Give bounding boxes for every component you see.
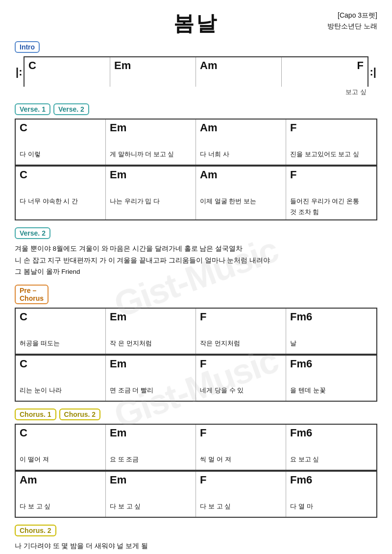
intro-label: Intro (15, 41, 40, 53)
ch-lyric-row1: 이 떨어 져 요 또 조금 씩 멀 어 져 요 보고 싶 (15, 454, 377, 471)
chorus2-text-section: Chorus. 2 나 기다려야 또 몇 밤을 더 새워야 널 보게 될 까 만… (15, 525, 377, 554)
ch-lyric-1-4: 요 보고 싶 (286, 454, 376, 470)
v-chord-2-1: C (16, 167, 106, 196)
pc-chord-2-4: Fm6 (286, 356, 376, 385)
intro-chord-row: C Em Am F (24, 56, 368, 87)
v-lyric-1-3: 다 너희 사 (196, 149, 286, 165)
pre-chorus-section: Pre – Chorus C Em F Fm6 허공을 떠도는 작 은 (15, 285, 377, 402)
pc-chord-2-1: C (16, 356, 106, 385)
v-chord-2-3: Am (196, 167, 286, 196)
verse1-label: Verse. 1 (15, 103, 50, 115)
ch-lyric-2-4: 다 열 마 (286, 501, 376, 517)
pc-chord-row1: C Em F Fm6 (15, 308, 377, 338)
ch-chord-row2: Am Em F Fm6 (15, 471, 377, 501)
pc-lyric-2-4: 을 텐데 눈꽃 (286, 385, 376, 401)
ch-chord-1-3: F (196, 425, 286, 454)
pc-lyric-2-2: 면 조금 더 빨리 (106, 385, 196, 401)
v-chord-2-2: Em (106, 167, 196, 196)
verse2b-label: Verse. 2 (15, 227, 50, 239)
pc-lyric-2-1: 리는 눈이 나라 (16, 385, 106, 401)
pc-chord-1-2: Em (106, 309, 196, 338)
pc-chord-2-3: F (196, 356, 286, 385)
pc-chord-2-2: Em (106, 356, 196, 385)
ch-chord-2-1: Am (16, 472, 106, 501)
ch-lyric-1-3: 씩 멀 어 져 (196, 454, 286, 470)
verse-section: Verse. 1 Verse. 2 C Em Am F 다 이렇 게 말하니까 (15, 103, 377, 220)
pc-lyric-row2: 리는 눈이 나라 면 조금 더 빨리 네게 당을 수 있 을 텐데 눈꽃 (15, 385, 377, 402)
intro-section: Intro C Em Am F 보고 싶 (15, 41, 377, 96)
ch-chord-2-2: Em (106, 472, 196, 501)
pc-lyric-1-2: 작 은 먼지처럼 (106, 338, 196, 354)
ch-chord-2-3: F (196, 472, 286, 501)
v-chord-2-4: F (286, 167, 376, 196)
v-lyric-2-3: 이제 얼굴 한번 보는 (196, 196, 286, 219)
intro-chord-2: Em (110, 57, 196, 87)
verse-lyric-row2: 다 너무 야속한 시 간 나는 우리가 밉 다 이제 얼굴 한번 보는 들어진 … (15, 196, 377, 220)
ch-chord-2-4: Fm6 (286, 472, 376, 501)
ch-lyric-1-1: 이 떨어 져 (16, 454, 106, 470)
ch-chord-row1: C Em F Fm6 (15, 424, 377, 454)
artist-text: 방탄소년단 노래 (327, 21, 377, 31)
pc-lyric-row1: 허공을 떠도는 작 은 먼지처럼 작은 먼지처럼 날 (15, 338, 377, 355)
ch-lyric-1-2: 요 또 조금 (106, 454, 196, 470)
ch-chord-1-1: C (16, 425, 106, 454)
ch-lyric-2-1: 다 보 고 싶 (16, 501, 106, 517)
chorus2-text: 나 기다려야 또 몇 밤을 더 새워야 널 보게 될 까 만나게 될까 만나게 … (15, 540, 377, 554)
capo-text: [Capo 3프렛] (327, 10, 377, 21)
v-lyric-2-1: 다 너무 야속한 시 간 (16, 196, 106, 219)
ch-lyric-2-2: 다 보 고 싶 (106, 501, 196, 517)
chorus2b-label: Chorus. 2 (15, 525, 56, 536)
capo-info: [Capo 3프렛] 방탄소년단 노래 (327, 10, 377, 32)
ch-lyric-2-3: 다 보 고 싶 (196, 501, 286, 517)
pc-lyric-2-3: 네게 당을 수 있 (196, 385, 286, 401)
song-title: 봄날 (15, 10, 377, 37)
verse2-text-section: Verse. 2 겨울 뿐이야 8월에도 겨울이 와 마음은 시간을 달려가네 … (15, 227, 377, 278)
pc-chord-1-1: C (16, 309, 106, 338)
chorus2-label: Chorus. 2 (59, 409, 101, 420)
v-lyric-2-2: 나는 우리가 밉 다 (106, 196, 196, 219)
intro-chord-4: F (282, 57, 368, 87)
intro-right-text: 보고 싶 (24, 88, 368, 96)
verse-chord-row1: C Em Am F (15, 119, 377, 149)
v-chord-1-4: F (286, 120, 376, 149)
intro-chord-3: Am (196, 57, 282, 87)
v-chord-1-3: Am (196, 120, 286, 149)
pc-lyric-1-3: 작은 먼지처럼 (196, 338, 286, 354)
intro-chord-1: C (24, 57, 110, 87)
v-lyric-2-4: 들어진 우리가 여긴 온통 것 조차 힘 (286, 196, 376, 219)
pc-chord-1-4: Fm6 (286, 309, 376, 338)
v-chord-1-2: Em (106, 120, 196, 149)
ch-chord-1-2: Em (106, 425, 196, 454)
ch-lyric-row2: 다 보 고 싶 다 보 고 싶 다 보 고 싶 다 열 마 (15, 501, 377, 518)
verse2-label: Verse. 2 (53, 103, 89, 115)
pre-chorus-label: Pre – Chorus (15, 285, 49, 304)
v-lyric-1-1: 다 이렇 (16, 149, 106, 165)
chorus-section: Chorus. 1 Chorus. 2 C Em F Fm6 이 떨어 져 (15, 409, 377, 518)
verse2-text: 겨울 뿐이야 8월에도 겨울이 와 마음은 시간을 달려가네 홀로 남은 설국열… (15, 243, 377, 278)
verse-lyric-row1: 다 이렇 게 말하니까 더 보고 싶 다 너희 사 진을 보고있어도 보고 싶 (15, 149, 377, 166)
v-lyric-1-4: 진을 보고있어도 보고 싶 (286, 149, 376, 165)
pc-lyric-1-1: 허공을 떠도는 (16, 338, 106, 354)
ch-chord-1-4: Fm6 (286, 425, 376, 454)
header: 봄날 [Capo 3프렛] 방탄소년단 노래 (15, 10, 377, 37)
pc-chord-1-3: F (196, 309, 286, 338)
pc-lyric-1-4: 날 (286, 338, 376, 354)
v-lyric-1-2: 게 말하니까 더 보고 싶 (106, 149, 196, 165)
v-chord-1-1: C (16, 120, 106, 149)
pc-chord-row2: C Em F Fm6 (15, 355, 377, 385)
chorus1-label: Chorus. 1 (15, 409, 56, 420)
verse-chord-row2: C Em Am F (15, 166, 377, 196)
